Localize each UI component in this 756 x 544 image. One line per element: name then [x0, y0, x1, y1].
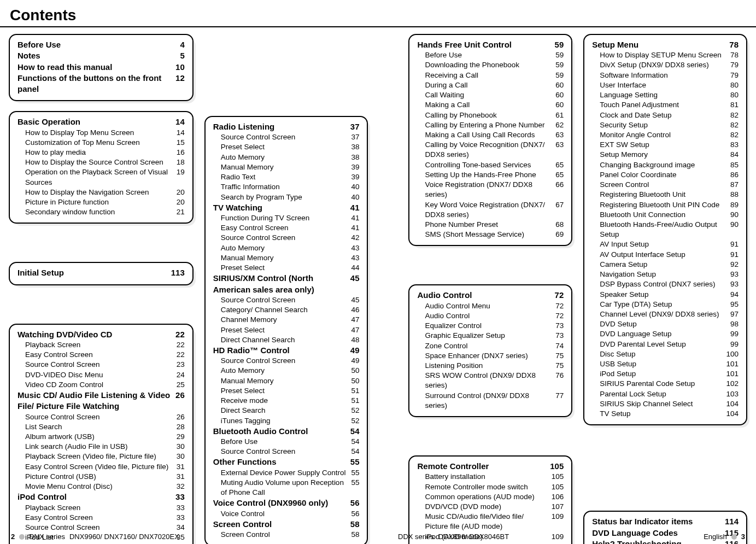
toc-entry-label: Before Use — [425, 50, 465, 60]
toc-entry-label: Registering Bluetooth Unit — [600, 190, 689, 200]
toc-entry-label: Bluetooth Unit Connection — [600, 210, 689, 220]
toc-entry-page: 73 — [555, 331, 564, 341]
toc-entry-page: 29 — [177, 432, 185, 442]
toc-entry: Call Waiting60 — [417, 90, 564, 100]
toc-entry-label: Source Control Screen — [25, 523, 103, 533]
toc-entry: Calling by Entering a Phone Number62 — [417, 120, 564, 130]
toc-entry-label: Making a Call Using Call Records — [425, 130, 538, 140]
toc-entry: Panel Color Coordinate86 — [592, 170, 739, 180]
section-title: Initial Setup 113 — [17, 267, 185, 278]
toc-entry: Radio Listening37 — [213, 121, 360, 132]
toc-entry-page: 78 — [730, 50, 739, 60]
toc-entry: Radio (AUD mode)110 — [417, 542, 564, 544]
column-1: Before Use4Notes5How to read this manual… — [9, 34, 194, 544]
toc-entry-page: 41 — [351, 223, 359, 233]
toc-entry-label: Category/ Channel Search — [221, 305, 311, 315]
footer-left: 2 DNX series DNX9960/ DNX7160/ DNX7020EX — [11, 533, 179, 541]
toc-entry-page: 38 — [351, 142, 359, 152]
toc-entry-label: Before Use — [17, 39, 64, 50]
toc-entry-label: iTunes Tagging — [221, 416, 274, 426]
toc-entry: iTunes Tagging52 — [213, 416, 360, 426]
toc-entry-page: 82 — [730, 130, 739, 140]
toc-entry-label: Playback Screen (Video file, Picture fil… — [25, 452, 160, 461]
toc-entry: Preset Select44 — [213, 263, 360, 273]
toc-entry-page: 92 — [730, 260, 739, 270]
toc-entry-label: Before Use — [221, 437, 261, 447]
toc-entry-label: Radio Listening — [213, 121, 278, 132]
toc-entry-label: Video CD Zoom Control — [25, 380, 107, 390]
toc-entry: How to read this manual10 — [17, 62, 185, 73]
toc-entry-page: 56 — [351, 509, 359, 519]
toc-entry-label: Easy Control Screen — [25, 513, 96, 523]
toc-entry-page: 50 — [351, 376, 359, 386]
box-audio-control: Audio Control 72 Audio Control Menu72Aud… — [408, 284, 572, 417]
toc-entry-page: 73 — [555, 321, 564, 331]
toc-entry-page: 26 — [175, 390, 185, 401]
toc-entry: Music CD/Audio file/Video file/ Picture … — [417, 512, 564, 531]
toc-entry-label: Customization of Top Menu Screen — [25, 138, 143, 148]
toc-entry: DVD Parental Level Setup99 — [592, 340, 739, 349]
footer-right-models: DDX896/ DDX8046BT — [438, 533, 509, 541]
toc-entry-label: Call Waiting — [425, 90, 467, 100]
toc-entry-label: Calling by Voice Recognition (DNX7/ DDX8… — [425, 140, 555, 160]
toc-entry: Functions of the buttons on the front pa… — [17, 73, 185, 95]
toc-entry: Space Enhancer (DNX7 series)75 — [417, 351, 564, 361]
toc-entry: Channel Memory47 — [213, 315, 360, 325]
toc-entry: USB Setup101 — [592, 359, 739, 369]
toc-entry: Easy Control Screen41 — [213, 223, 360, 233]
toc-entry-label: Playback Screen — [25, 340, 84, 350]
toc-entry: Manual Memory43 — [213, 253, 360, 263]
toc-entry-page: 39 — [351, 172, 359, 182]
title-page: 105 — [550, 461, 564, 472]
toc-entry: Video CD Zoom Control25 — [17, 380, 185, 390]
toc-entry-label: Car Type (DTA) Setup — [600, 300, 675, 309]
toc-entry-label: Picture in Picture function — [25, 197, 112, 207]
title-page: 14 — [175, 116, 185, 127]
toc-entry-label: DivX Setup (DNX9/ DDX8 series) — [600, 60, 712, 70]
toc-entry-page: 59 — [555, 50, 564, 60]
toc-entry-page: 89 — [730, 200, 739, 210]
toc-entry-page: 65 — [555, 170, 564, 180]
toc-entry-label: Easy Control Screen (Video file, Picture… — [25, 462, 172, 472]
toc-entry: Preset Select47 — [213, 325, 360, 335]
columns-container: Before Use4Notes5How to read this manual… — [0, 34, 756, 544]
toc-entry-page: 90 — [730, 210, 739, 220]
toc-entry-label: Radio (AUD mode) — [425, 542, 490, 544]
toc-entry-page: 34 — [177, 523, 185, 533]
toc-entry-label: USB Setup — [600, 359, 640, 369]
toc-entry-page: 49 — [351, 356, 359, 366]
toc-entry: Source Control Screen49 — [213, 356, 360, 366]
toc-entry: Preset Select51 — [213, 386, 360, 396]
toc-entry: How to Display SETUP Menu Screen78 — [592, 50, 739, 60]
toc-entry: Bluetooth Hands-Free/Audio Output Setup9… — [592, 220, 739, 239]
toc-entry: AV Input Setup91 — [592, 239, 739, 249]
toc-entry-page: 22 — [175, 329, 185, 340]
toc-entry-page: 75 — [555, 351, 564, 361]
toc-entry-page: 22 — [177, 340, 185, 350]
toc-entry-label: Album artwork (USB) — [25, 432, 98, 442]
box-radio-etc: Radio Listening37Source Control Screen37… — [204, 116, 368, 544]
toc-entry: Changing Background image85 — [592, 160, 739, 170]
toc-entry: Making a Call60 — [417, 100, 564, 110]
toc-entry-label: HD Radio™ Control — [213, 345, 293, 356]
toc-entry-label: Auto Memory — [221, 153, 268, 162]
toc-entry-label: Graphic Equalizer Setup — [425, 331, 508, 341]
toc-entry-label: Receive mode — [221, 396, 271, 406]
toc-entry-page: 106 — [552, 492, 564, 502]
toc-entry-page: 51 — [351, 396, 359, 406]
toc-entry-page: 68 — [555, 220, 564, 230]
title-page: 72 — [555, 290, 564, 301]
toc-entry: Album artwork (USB)29 — [17, 432, 185, 442]
toc-entry-label: SMS (Short Message Service) — [425, 230, 528, 239]
section-title: Remote Controller 105 — [417, 461, 564, 472]
toc-entry-page: 47 — [351, 325, 359, 335]
toc-entry-page: 5 — [180, 50, 184, 61]
toc-entry-page: 43 — [351, 253, 359, 263]
toc-entry-label: Preset Select — [221, 142, 268, 152]
toc-entry: Speaker Setup94 — [592, 290, 739, 300]
toc-entry-label: Playback Screen — [25, 503, 84, 513]
toc-entry-label: Auto Memory — [221, 243, 268, 253]
toc-entry-label: Security Setup — [600, 120, 651, 130]
toc-entry-page: 20 — [177, 197, 185, 207]
toc-entry-label: List Search — [25, 422, 66, 432]
